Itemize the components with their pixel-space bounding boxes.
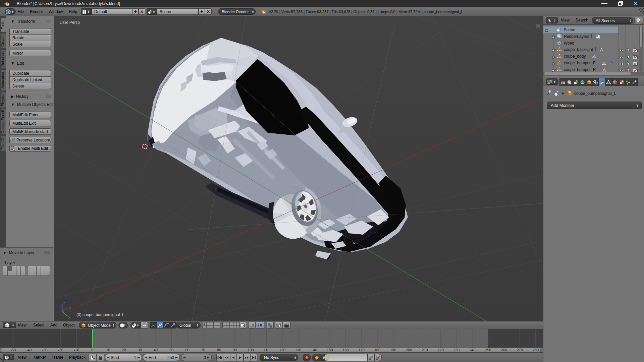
svg-text:z: z	[63, 301, 65, 305]
svg-text:x: x	[69, 305, 71, 309]
svg-text:y: y	[68, 315, 70, 319]
svg-text:i: i	[8, 10, 9, 14]
